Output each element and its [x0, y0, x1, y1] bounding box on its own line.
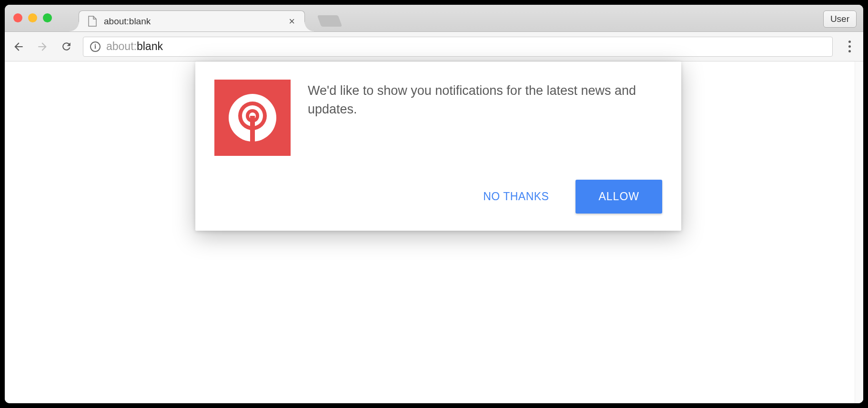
svg-rect-6 — [252, 116, 255, 142]
tab-close-button[interactable]: × — [286, 16, 298, 27]
notification-permission-dialog: We'd like to show you notifications for … — [195, 61, 681, 231]
dialog-actions: NO THANKS ALLOW — [214, 180, 662, 214]
allow-button[interactable]: ALLOW — [575, 180, 662, 214]
browser-window: about:blank × User i about:blank — [5, 5, 863, 403]
dialog-message: We'd like to show you notifications for … — [308, 80, 662, 156]
tab-bar: about:blank × User — [5, 5, 863, 32]
onesignal-icon — [214, 80, 291, 156]
reload-button[interactable] — [59, 40, 73, 54]
no-thanks-button[interactable]: NO THANKS — [478, 184, 554, 210]
window-controls — [13, 13, 52, 22]
window-minimize-button[interactable] — [28, 13, 37, 22]
scrollbar[interactable] — [855, 61, 863, 403]
page-content: We'd like to show you notifications for … — [5, 61, 863, 403]
window-close-button[interactable] — [13, 13, 22, 22]
user-profile-button[interactable]: User — [823, 10, 857, 28]
file-icon — [88, 16, 97, 27]
window-maximize-button[interactable] — [43, 13, 52, 22]
url-text: about:blank — [106, 40, 163, 53]
site-info-icon[interactable]: i — [90, 41, 101, 52]
browser-tab[interactable]: about:blank × — [79, 10, 305, 31]
address-input[interactable]: i about:blank — [83, 37, 833, 57]
forward-button[interactable] — [35, 40, 50, 54]
back-button[interactable] — [11, 40, 26, 54]
new-tab-button[interactable] — [317, 15, 343, 27]
browser-menu-button[interactable] — [842, 41, 857, 52]
url-path: blank — [137, 40, 163, 52]
address-bar: i about:blank — [5, 32, 863, 61]
url-scheme: about: — [106, 40, 137, 52]
tab-title: about:blank — [104, 16, 286, 27]
